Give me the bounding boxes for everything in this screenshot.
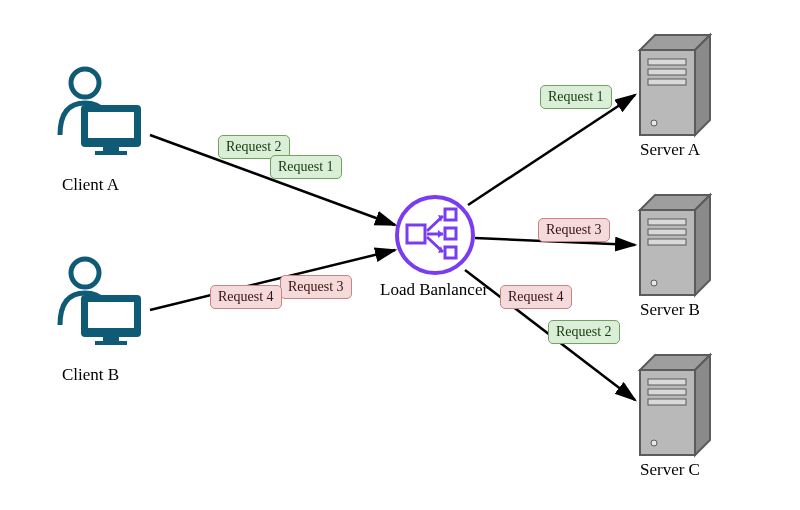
request-tag-client-a-1: Request 1 <box>270 155 342 179</box>
server-c-icon <box>640 355 710 455</box>
request-tag-client-b-4: Request 4 <box>210 285 282 309</box>
load-balancer-icon <box>397 197 473 273</box>
server-a-label: Server A <box>640 140 700 160</box>
server-b-label: Server B <box>640 300 700 320</box>
arrow-lb-to-server-a <box>468 95 635 205</box>
server-c-label: Server C <box>640 460 700 480</box>
server-b-icon <box>640 195 710 295</box>
request-tag-to-server-c-lower: Request 2 <box>548 320 620 344</box>
request-tag-client-b-3: Request 3 <box>280 275 352 299</box>
client-b-icon <box>60 259 139 345</box>
client-a-icon <box>60 69 139 155</box>
client-a-label: Client A <box>62 175 119 195</box>
request-tag-to-server-a: Request 1 <box>540 85 612 109</box>
client-b-label: Client B <box>62 365 119 385</box>
request-tag-to-server-b: Request 3 <box>538 218 610 242</box>
server-a-icon <box>640 35 710 135</box>
request-tag-to-server-c-upper: Request 4 <box>500 285 572 309</box>
load-balancer-label: Load Banlancer <box>380 280 488 300</box>
